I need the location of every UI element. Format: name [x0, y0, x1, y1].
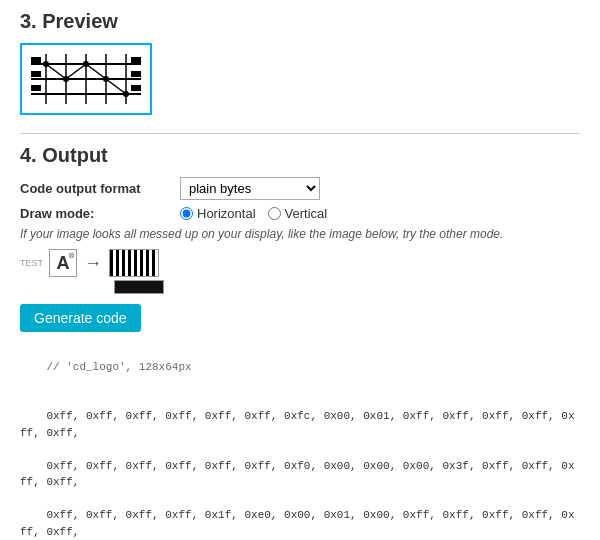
draw-mode-vertical-text: Vertical [285, 206, 328, 221]
hint-black-image [114, 280, 164, 294]
draw-mode-label: Draw mode: [20, 206, 180, 221]
divider [20, 133, 580, 134]
code-output: // 'cd_logo', 128x64px 0xff, 0xff, 0xff,… [20, 342, 580, 540]
test-label: TEST [20, 258, 43, 268]
hint-lines-image [109, 249, 159, 277]
draw-mode-row: Draw mode: Horizontal Vertical [20, 206, 580, 221]
draw-mode-vertical-label[interactable]: Vertical [268, 206, 328, 221]
code-line-0: 0xff, 0xff, 0xff, 0xff, 0xff, 0xff, 0xfc… [20, 410, 575, 439]
output-section-title: 4. Output [20, 144, 580, 167]
svg-rect-22 [131, 57, 141, 63]
draw-mode-vertical-radio[interactable] [268, 207, 281, 220]
output-section: 4. Output Code output format plain bytes… [20, 144, 580, 540]
hint-row-bottom [20, 280, 164, 294]
svg-rect-21 [31, 85, 41, 91]
code-line-1: 0xff, 0xff, 0xff, 0xff, 0xff, 0xff, 0xf0… [20, 460, 575, 489]
svg-rect-24 [131, 85, 141, 91]
svg-rect-20 [31, 71, 41, 77]
preview-section: 3. Preview [20, 10, 580, 118]
code-line-2: 0xff, 0xff, 0xff, 0xff, 0x1f, 0xe0, 0x00… [20, 509, 575, 538]
generate-code-button[interactable]: Generate code [20, 304, 141, 332]
hint-spacer2 [52, 280, 80, 294]
svg-rect-19 [31, 57, 41, 63]
code-comment: // 'cd_logo', 128x64px [46, 361, 191, 373]
hint-row-top: TEST A ⊗ → [20, 249, 164, 277]
hint-arrow: → [84, 253, 102, 274]
preview-image-box [20, 43, 152, 115]
draw-mode-radio-group: Horizontal Vertical [180, 206, 327, 221]
hint-text: If your image looks all messed up on you… [20, 227, 580, 241]
code-format-row: Code output format plain bytes Arduino a… [20, 177, 580, 200]
draw-mode-horizontal-label[interactable]: Horizontal [180, 206, 256, 221]
hint-letter-box: A ⊗ [49, 249, 77, 277]
preview-image [26, 49, 146, 109]
hint-letter-overlay: ⊗ [68, 251, 75, 260]
svg-rect-23 [131, 71, 141, 77]
hint-images-column: TEST A ⊗ → [20, 249, 164, 294]
hint-spacer [20, 280, 48, 294]
preview-section-title: 3. Preview [20, 10, 580, 33]
code-format-label: Code output format [20, 181, 180, 196]
draw-mode-horizontal-text: Horizontal [197, 206, 256, 221]
code-format-control: plain bytes Arduino array hex string [180, 177, 320, 200]
code-format-select[interactable]: plain bytes Arduino array hex string [180, 177, 320, 200]
draw-mode-horizontal-radio[interactable] [180, 207, 193, 220]
draw-mode-hint: TEST A ⊗ → [20, 249, 580, 294]
